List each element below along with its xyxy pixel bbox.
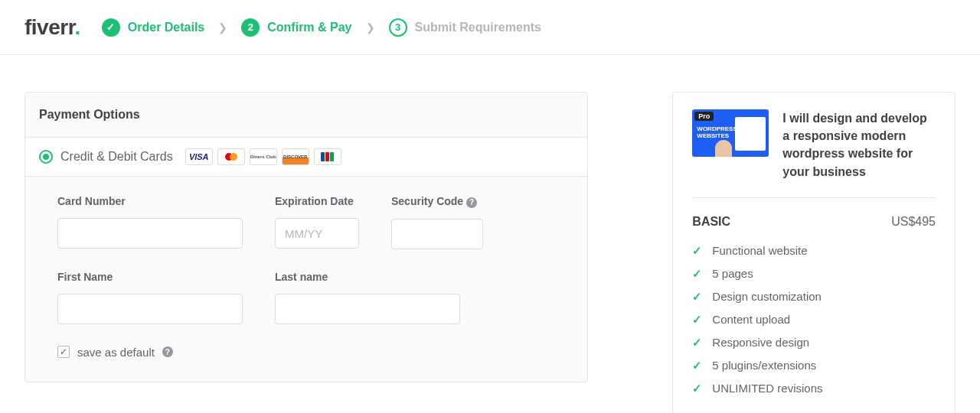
card-number-label: Card Number xyxy=(57,195,243,207)
feature-text: UNLIMITED revisions xyxy=(712,382,822,395)
expiration-label: Expiration Date xyxy=(275,195,359,207)
card-logos: VISA Diners Club DISCOVER xyxy=(185,148,341,165)
feature-text: 5 plugins/extensions xyxy=(712,359,816,372)
checkout-steps: ✓ Order Details ❯ 2 Confirm & Pay ❯ 3 Su… xyxy=(102,18,541,37)
package-tier: BASIC xyxy=(692,215,730,229)
first-name-input[interactable] xyxy=(57,294,243,324)
chevron-right-icon: ❯ xyxy=(366,21,375,34)
step-label: Confirm & Pay xyxy=(267,21,351,34)
pro-badge: Pro xyxy=(694,112,714,121)
step-number: 2 xyxy=(241,18,260,37)
card-number-input[interactable] xyxy=(57,218,243,249)
check-icon: ✓ xyxy=(692,267,703,281)
logo-text: fiverr xyxy=(24,15,75,39)
payment-panel: Payment Options Credit & Debit Cards VIS… xyxy=(24,92,588,382)
check-icon: ✓ xyxy=(692,359,703,372)
feature-list: ✓Functional website ✓5 pages ✓Design cus… xyxy=(692,239,936,400)
fiverr-logo[interactable]: fiverr. xyxy=(24,15,80,40)
feature-text: Content upload xyxy=(712,313,790,326)
check-icon: ✓ xyxy=(692,382,703,395)
save-default-row[interactable]: ✓ save as default ? xyxy=(57,346,555,359)
feature-item: ✓Responsive design xyxy=(692,331,936,354)
payment-method-card[interactable]: Credit & Debit Cards VISA Diners Club DI… xyxy=(25,138,587,177)
last-name-input[interactable] xyxy=(275,294,460,324)
feature-item: ✓Content upload xyxy=(692,308,936,331)
check-icon: ✓ xyxy=(692,336,703,350)
feature-item: ✓5 pages xyxy=(692,262,936,285)
step-confirm-pay[interactable]: 2 Confirm & Pay xyxy=(241,18,351,37)
help-icon[interactable]: ? xyxy=(466,197,477,208)
step-number: 3 xyxy=(389,18,407,37)
radio-selected-icon[interactable] xyxy=(39,150,53,164)
check-icon: ✓ xyxy=(102,18,120,37)
feature-text: Responsive design xyxy=(712,336,809,349)
logo-dot: . xyxy=(75,15,80,39)
visa-icon: VISA xyxy=(185,148,213,165)
security-code-label: Security Code ? xyxy=(391,195,483,208)
diners-club-icon: Diners Club xyxy=(250,148,277,165)
checkout-header: fiverr. ✓ Order Details ❯ 2 Confirm & Pa… xyxy=(0,0,980,55)
feature-text: Functional website xyxy=(712,244,807,257)
gig-title: I will design and develop a responsive m… xyxy=(782,109,936,180)
card-form: Card Number Expiration Date Security Cod… xyxy=(25,177,587,382)
chevron-right-icon: ❯ xyxy=(218,21,227,34)
payment-heading: Payment Options xyxy=(25,93,587,138)
check-icon: ✓ xyxy=(692,313,703,327)
mastercard-icon xyxy=(217,148,245,165)
step-label: Submit Requirements xyxy=(415,21,541,34)
jcb-icon xyxy=(314,148,341,165)
first-name-label: First Name xyxy=(57,271,243,283)
feature-item: ✓Design customization xyxy=(692,285,936,308)
gig-thumbnail: Pro WORDPRESS WEBSITES xyxy=(692,109,769,157)
check-icon: ✓ xyxy=(692,244,703,258)
discover-icon: DISCOVER xyxy=(282,148,309,165)
save-default-label: save as default xyxy=(77,346,155,359)
feature-text: Design customization xyxy=(712,290,822,303)
help-icon[interactable]: ? xyxy=(162,346,173,357)
feature-item: ✓UNLIMITED revisions xyxy=(692,377,936,400)
checkbox-checked-icon[interactable]: ✓ xyxy=(57,346,70,358)
feature-text: 5 pages xyxy=(712,267,753,280)
package-price: US$495 xyxy=(891,215,936,229)
payment-method-label: Credit & Debit Cards xyxy=(60,150,173,164)
feature-item: ✓Functional website xyxy=(692,239,936,262)
security-code-text: Security Code xyxy=(391,195,463,207)
step-label: Order Details xyxy=(128,21,204,34)
security-code-input[interactable] xyxy=(391,219,483,249)
feature-item: ✓5 plugins/extensions xyxy=(692,354,936,377)
step-submit-requirements[interactable]: 3 Submit Requirements xyxy=(389,18,541,37)
check-icon: ✓ xyxy=(692,290,703,304)
expiration-input[interactable] xyxy=(275,218,359,249)
last-name-label: Last name xyxy=(275,271,460,283)
step-order-details[interactable]: ✓ Order Details xyxy=(102,18,204,37)
order-summary: Pro WORDPRESS WEBSITES I will design and… xyxy=(672,92,956,413)
